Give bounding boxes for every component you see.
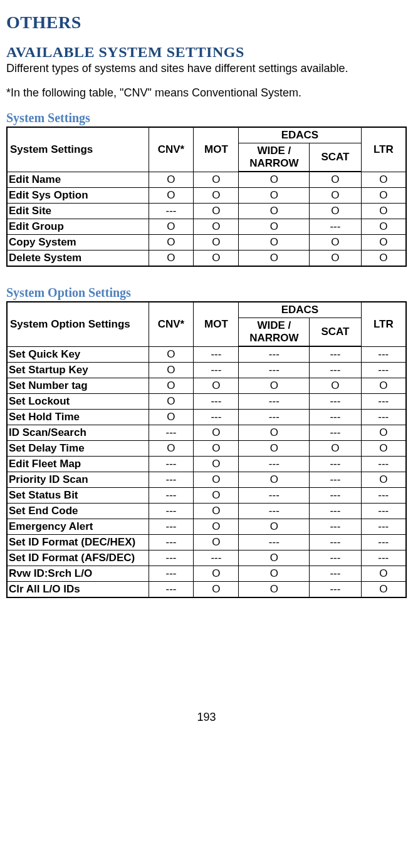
cell-value: --- <box>361 504 406 519</box>
cell-value: --- <box>361 457 406 472</box>
cell-value: O <box>361 219 406 235</box>
cell-value: --- <box>149 550 194 566</box>
th-mot: MOT <box>194 302 239 346</box>
cell-value: O <box>149 410 194 425</box>
section-heading-available: AVAILABLE SYSTEM SETTINGS <box>6 44 407 61</box>
cell-value: --- <box>239 346 310 363</box>
cell-value: --- <box>361 550 406 566</box>
cell-value: O <box>194 204 239 219</box>
row-label: Set ID Format (AFS/DEC) <box>7 550 149 566</box>
row-label: Copy System <box>7 235 149 251</box>
cell-value: O <box>239 378 310 394</box>
cell-value: O <box>194 235 239 251</box>
row-label: Set Status Bit <box>7 488 149 504</box>
table-row: Set Status Bit---O--------- <box>7 488 406 504</box>
th-edacs: EDACS <box>239 302 361 318</box>
table-row: Delete SystemOOOOO <box>7 251 406 267</box>
cell-value: O <box>149 441 194 457</box>
cell-value: --- <box>361 488 406 504</box>
th-system-option-settings: System Option Settings <box>7 302 149 346</box>
table-row: Priority ID Scan---OO---O <box>7 472 406 488</box>
cell-value: --- <box>194 363 239 378</box>
cell-value: O <box>310 378 361 394</box>
cell-value: O <box>194 582 239 598</box>
cell-value: O <box>194 519 239 535</box>
row-label: Set Delay Time <box>7 441 149 457</box>
cell-value: O <box>239 582 310 598</box>
row-label: ID Scan/Search <box>7 425 149 441</box>
cell-value: O <box>361 441 406 457</box>
cell-value: --- <box>149 204 194 219</box>
cell-value: O <box>149 235 194 251</box>
th-ltr: LTR <box>361 127 406 172</box>
cell-value: O <box>361 566 406 582</box>
cell-value: --- <box>310 425 361 441</box>
cell-value: --- <box>310 394 361 410</box>
row-label: Set Number tag <box>7 378 149 394</box>
cell-value: O <box>149 378 194 394</box>
cell-value: O <box>239 472 310 488</box>
table-row: Clr All L/O IDs---OO---O <box>7 582 406 598</box>
cell-value: O <box>194 378 239 394</box>
row-label: Set ID Format (DEC/HEX) <box>7 535 149 550</box>
cell-value: --- <box>361 410 406 425</box>
cell-value: --- <box>149 566 194 582</box>
cell-value: --- <box>149 519 194 535</box>
table-row: Edit GroupOOO---O <box>7 219 406 235</box>
th-scat: SCAT <box>310 318 361 347</box>
cell-value: O <box>239 425 310 441</box>
cell-value: O <box>194 441 239 457</box>
table-row: Set Quick KeyO------------ <box>7 346 406 363</box>
cell-value: --- <box>310 410 361 425</box>
cell-value: O <box>310 172 361 188</box>
cell-value: O <box>149 251 194 267</box>
cell-value: O <box>149 394 194 410</box>
cell-value: --- <box>194 346 239 363</box>
cell-value: --- <box>239 394 310 410</box>
intro-paragraph-2: *In the following table, "CNV" means Con… <box>6 86 407 100</box>
th-system-settings: System Settings <box>7 127 149 172</box>
cell-value: O <box>194 457 239 472</box>
th-mot: MOT <box>194 127 239 172</box>
cell-value: --- <box>310 457 361 472</box>
cell-value: O <box>239 204 310 219</box>
row-label: Edit Site <box>7 204 149 219</box>
table-row: Set ID Format (AFS/DEC)------O------ <box>7 550 406 566</box>
cell-value: O <box>239 172 310 188</box>
table-row: Edit Fleet Map---O--------- <box>7 457 406 472</box>
cell-value: --- <box>239 410 310 425</box>
cell-value: O <box>310 441 361 457</box>
cell-value: --- <box>149 504 194 519</box>
table-row: Set LockoutO------------ <box>7 394 406 410</box>
cell-value: O <box>239 519 310 535</box>
cell-value: --- <box>361 363 406 378</box>
cell-value: --- <box>310 346 361 363</box>
table-row: Set Delay TimeOOOOO <box>7 441 406 457</box>
th-wide-narrow: WIDE / NARROW <box>239 318 310 347</box>
cell-value: O <box>149 363 194 378</box>
cell-value: O <box>194 488 239 504</box>
table-row: Rvw ID:Srch L/O---OO---O <box>7 566 406 582</box>
page-number: 193 <box>6 711 407 724</box>
cell-value: O <box>194 535 239 550</box>
cell-value: O <box>194 425 239 441</box>
cell-value: --- <box>361 535 406 550</box>
cell-value: --- <box>194 394 239 410</box>
cell-value: --- <box>149 457 194 472</box>
cell-value: O <box>239 219 310 235</box>
cell-value: O <box>361 188 406 204</box>
cell-value: O <box>239 188 310 204</box>
cell-value: --- <box>310 519 361 535</box>
row-label: Priority ID Scan <box>7 472 149 488</box>
cell-value: --- <box>310 566 361 582</box>
cell-value: --- <box>310 472 361 488</box>
cell-value: --- <box>149 472 194 488</box>
cell-value: O <box>149 346 194 363</box>
th-edacs: EDACS <box>239 127 361 143</box>
th-wide-narrow: WIDE / NARROW <box>239 143 310 172</box>
row-label: Set Hold Time <box>7 410 149 425</box>
cell-value: O <box>361 251 406 267</box>
cell-value: --- <box>194 410 239 425</box>
cell-value: O <box>149 219 194 235</box>
cell-value: O <box>149 172 194 188</box>
